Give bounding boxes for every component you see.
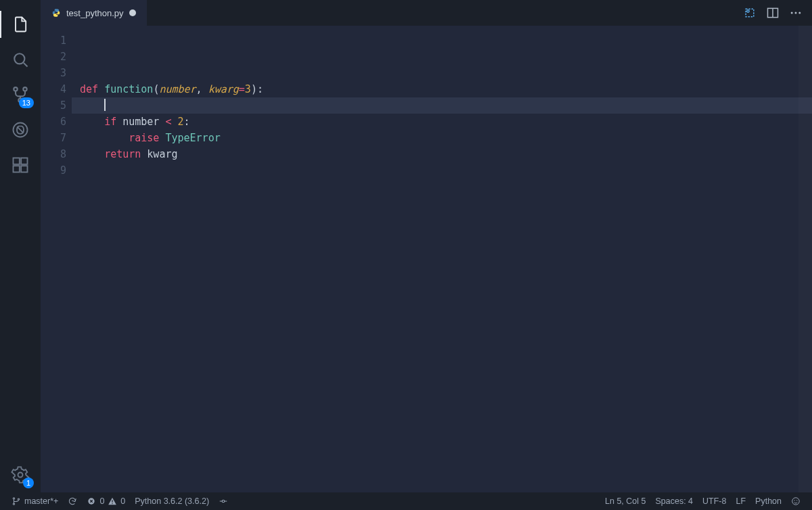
svg-rect-25 xyxy=(112,503,113,504)
eol-label: LF xyxy=(736,496,746,506)
editor-column: test_python.py xyxy=(41,0,812,492)
line-number: 2 xyxy=(41,49,66,65)
line-number: 6 xyxy=(41,114,66,130)
code-line[interactable]: def function(number, kwarg=3): xyxy=(72,81,812,97)
dirty-indicator-icon xyxy=(129,9,136,16)
svg-point-31 xyxy=(796,500,797,501)
svg-point-20 xyxy=(18,499,19,500)
svg-point-30 xyxy=(794,500,795,501)
editor-body[interactable]: 123456789 def function(number, kwarg=3):… xyxy=(41,26,812,492)
main-area: 13 1 xyxy=(0,0,812,492)
svg-rect-6 xyxy=(14,158,20,164)
line-number: 1 xyxy=(41,32,66,49)
status-cursor[interactable]: Ln 5, Col 5 xyxy=(600,492,650,510)
language-label: Python xyxy=(755,496,782,506)
line-number: 8 xyxy=(41,146,66,162)
svg-point-29 xyxy=(792,498,800,505)
status-git-commit-icon[interactable] xyxy=(214,492,233,510)
code-line[interactable] xyxy=(72,65,812,81)
interpreter-label: Python 3.6.2 (3.6.2) xyxy=(135,496,209,506)
line-number: 5 xyxy=(41,97,66,114)
warning-count: 0 xyxy=(120,496,125,506)
sync-icon xyxy=(68,496,77,506)
svg-point-16 xyxy=(795,12,797,14)
settings-gear-icon[interactable]: 1 xyxy=(0,457,41,492)
code-line[interactable]: return kwarg xyxy=(72,146,812,162)
status-sync[interactable] xyxy=(63,492,82,510)
cursor-position: Ln 5, Col 5 xyxy=(605,496,646,506)
svg-point-10 xyxy=(18,473,23,478)
tab-filename: test_python.py xyxy=(66,8,124,18)
code-area[interactable]: def function(number, kwarg=3): if number… xyxy=(72,26,812,492)
open-changes-icon[interactable] xyxy=(743,6,757,20)
line-number: 7 xyxy=(41,130,66,146)
svg-rect-24 xyxy=(112,500,113,503)
svg-rect-7 xyxy=(21,158,27,164)
svg-point-3 xyxy=(23,87,26,91)
explorer-icon[interactable] xyxy=(0,7,41,42)
line-number: 3 xyxy=(41,65,66,81)
encoding-label: UTF-8 xyxy=(702,496,726,506)
source-control-icon[interactable]: 13 xyxy=(0,77,41,112)
status-bar: master*+ 0 0 Python 3.6.2 (3.6.2) Ln 5, … xyxy=(0,492,812,510)
activity-bar: 13 1 xyxy=(0,0,41,492)
python-icon xyxy=(51,8,61,18)
scm-badge: 13 xyxy=(19,97,34,108)
error-count: 0 xyxy=(99,496,104,506)
status-problems[interactable]: 0 0 xyxy=(82,492,130,510)
svg-point-0 xyxy=(14,53,24,64)
code-line[interactable] xyxy=(72,97,812,114)
minimap[interactable] xyxy=(798,26,812,492)
svg-point-17 xyxy=(798,12,800,14)
tab-bar: test_python.py xyxy=(41,0,812,26)
smiley-icon xyxy=(791,496,800,506)
split-editor-icon[interactable] xyxy=(766,6,780,20)
svg-point-26 xyxy=(222,500,225,503)
text-caret xyxy=(104,99,106,111)
line-number-gutter: 123456789 xyxy=(41,26,72,492)
svg-point-19 xyxy=(13,503,14,505)
line-number: 9 xyxy=(41,162,66,179)
svg-line-1 xyxy=(24,63,28,67)
extensions-icon[interactable] xyxy=(0,147,41,183)
code-line[interactable] xyxy=(72,32,812,49)
editor-actions xyxy=(743,0,812,26)
line-number: 4 xyxy=(41,81,66,97)
debug-disabled-icon[interactable] xyxy=(0,112,41,147)
code-line[interactable]: raise TypeError xyxy=(72,130,812,146)
status-language[interactable]: Python xyxy=(750,492,786,510)
code-line[interactable] xyxy=(72,162,812,179)
svg-point-12 xyxy=(747,10,749,12)
status-encoding[interactable]: UTF-8 xyxy=(698,492,731,510)
warning-icon xyxy=(108,496,117,506)
error-icon xyxy=(87,496,96,506)
status-interpreter[interactable]: Python 3.6.2 (3.6.2) xyxy=(130,492,214,510)
settings-badge: 1 xyxy=(23,478,34,488)
more-actions-icon[interactable] xyxy=(789,6,803,20)
branch-name: master*+ xyxy=(24,496,58,506)
editor-tab[interactable]: test_python.py xyxy=(41,0,147,26)
search-icon[interactable] xyxy=(0,42,41,77)
status-feedback-icon[interactable] xyxy=(786,492,805,510)
svg-point-15 xyxy=(791,12,793,14)
status-eol[interactable]: LF xyxy=(731,492,750,510)
svg-rect-8 xyxy=(14,166,20,172)
code-line[interactable]: if number < 2: xyxy=(72,114,812,130)
svg-point-2 xyxy=(14,87,17,91)
git-branch-icon xyxy=(12,496,21,506)
status-indent[interactable]: Spaces: 4 xyxy=(650,492,698,510)
svg-point-18 xyxy=(13,498,14,499)
status-branch[interactable]: master*+ xyxy=(7,492,63,510)
code-line[interactable] xyxy=(72,49,812,65)
indent-label: Spaces: 4 xyxy=(655,496,693,506)
svg-rect-9 xyxy=(21,166,27,172)
